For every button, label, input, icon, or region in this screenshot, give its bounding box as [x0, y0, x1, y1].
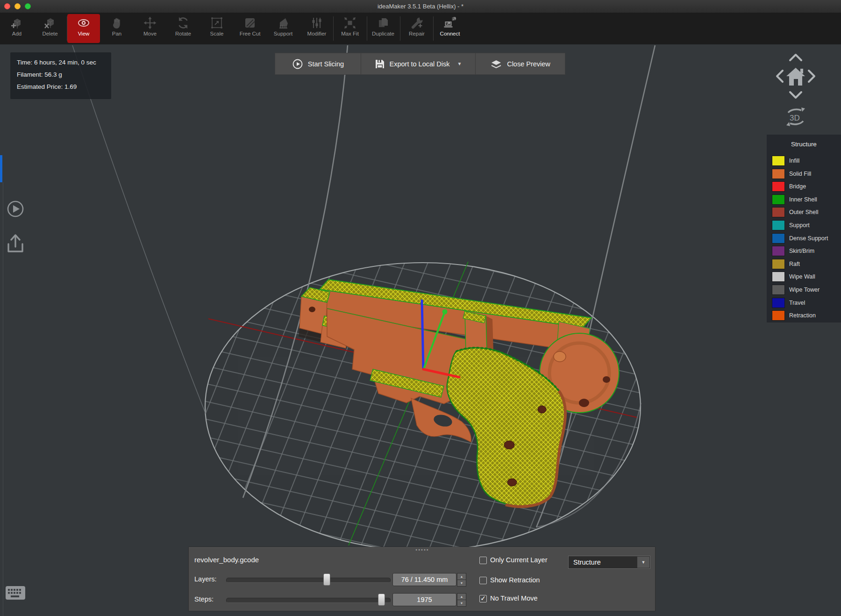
support-icon	[276, 16, 290, 30]
legend-color-swatch	[772, 272, 785, 282]
window-title: ideaMaker 3.5.1 Beta (Hellix) - *	[0, 0, 841, 13]
home-view-button[interactable]	[786, 68, 805, 86]
toolbar-separator	[67, 16, 67, 41]
checkbox-no-travel-move[interactable]: ✓	[479, 595, 487, 602]
play-circle-icon	[292, 58, 303, 70]
legend-color-swatch	[772, 259, 785, 269]
legend-row-raft: Raft	[772, 259, 800, 269]
nav-left-button[interactable]	[777, 71, 783, 82]
legend-color-swatch	[772, 169, 785, 179]
legend-label: Skirt/Brim	[789, 248, 814, 254]
legend-row-wipe-wall: Wipe Wall	[772, 272, 815, 282]
left-accent-stripe	[0, 155, 2, 182]
steps-value-field[interactable]: 1975	[392, 593, 456, 606]
steps-spinner: ▲ ▼	[457, 593, 466, 606]
checkbox-show-retraction[interactable]	[479, 577, 487, 584]
toolbar-item-delete[interactable]: Delete	[34, 14, 66, 43]
toolbar-item-pan[interactable]: Pan	[100, 14, 133, 43]
legend-label: Wipe Tower	[789, 287, 820, 293]
toolbar-item-modifier[interactable]: Modifier	[300, 14, 333, 43]
legend-row-dense-support: Dense Support	[772, 233, 828, 244]
toolbar-item-connect[interactable]: Connect	[434, 14, 466, 43]
nav-down-button[interactable]	[790, 92, 801, 98]
slice-info-panel: Time: 6 hours, 24 min, 0 sec Filament: 5…	[10, 52, 111, 99]
export-to-local-disk-button[interactable]: Export to Local Disk ▼	[361, 53, 475, 74]
toolbar-item-label: Max Fit	[334, 31, 366, 36]
panel-drag-handle[interactable]: •••••	[408, 547, 436, 552]
legend-row-solid-fill: Solid Fill	[772, 169, 811, 179]
close-preview-button[interactable]: Close Preview	[476, 53, 565, 74]
layers-value-field[interactable]: 76 / 11.450 mm	[392, 573, 456, 586]
pan-hand-icon	[110, 16, 124, 30]
toolbar-item-label: Repair	[400, 31, 433, 36]
legend-color-swatch	[772, 233, 785, 244]
toolbar-item-label: Add	[0, 31, 33, 36]
toolbar-item-label: Pan	[100, 31, 133, 36]
add-cube-icon	[10, 16, 24, 30]
toolbar-item-label: Scale	[200, 31, 233, 36]
layers-stack-icon	[490, 58, 502, 70]
layers-spin-up-button[interactable]: ▲	[457, 573, 466, 580]
toolbar-item-duplicate[interactable]: Duplicate	[367, 14, 399, 43]
toolbar-item-move[interactable]: Move	[134, 14, 166, 43]
toolbar-item-rotate[interactable]: Rotate	[167, 14, 200, 43]
dropdown-caret-icon[interactable]: ▼	[637, 557, 649, 568]
view-mode-dropdown[interactable]: Structure ▼	[568, 556, 650, 569]
legend-color-swatch	[772, 285, 785, 295]
slice-filament: Filament: 56.3 g	[17, 71, 62, 78]
preview-action-bar: Start Slicing Export to Local Disk ▼ Clo…	[275, 53, 565, 75]
toolbar-item-repair[interactable]: Repair	[400, 14, 433, 43]
layers-slider-handle[interactable]	[323, 573, 330, 586]
legend-label: Travel	[789, 300, 805, 306]
toolbar-item-label: Delete	[34, 31, 66, 36]
legend-color-swatch	[772, 207, 785, 217]
legend-label: Support	[789, 222, 810, 229]
export-dropdown-caret-icon[interactable]: ▼	[457, 61, 462, 66]
legend-row-outer-shell: Outer Shell	[772, 207, 819, 217]
view-eye-icon	[77, 16, 91, 30]
upload-export-button[interactable]	[8, 235, 22, 251]
legend-row-skirt-brim: Skirt/Brim	[772, 246, 814, 256]
play-preview-button[interactable]	[8, 201, 23, 216]
start-slicing-button[interactable]: Start Slicing	[275, 53, 361, 74]
layers-label: Layers:	[194, 575, 217, 583]
steps-spin-up-button[interactable]: ▲	[457, 593, 466, 600]
toolbar-item-label: Free Cut	[234, 31, 266, 36]
legend-color-swatch	[772, 194, 785, 205]
legend-color-swatch	[772, 310, 785, 321]
checkbox-only-current-layer[interactable]	[479, 557, 487, 564]
legend-color-swatch	[772, 246, 785, 256]
legend-color-swatch	[772, 181, 785, 192]
toolbar-item-add[interactable]: Add	[0, 14, 33, 43]
toolbar-item-label: Support	[267, 31, 299, 36]
steps-slider-track[interactable]	[226, 598, 391, 603]
toolbar-item-label: Rotate	[167, 31, 200, 36]
legend-row-inner-shell: Inner Shell	[772, 194, 817, 205]
nav-up-button[interactable]	[790, 55, 801, 60]
toolbar-item-label: View	[67, 31, 100, 36]
layers-spin-down-button[interactable]: ▼	[457, 580, 466, 587]
legend-row-infill: Infill	[772, 156, 799, 166]
layers-slider-track[interactable]	[226, 578, 391, 583]
connect-device-icon	[443, 16, 457, 30]
left-panel-edge	[3, 182, 3, 616]
toolbar-item-free-cut[interactable]: Free Cut	[234, 14, 266, 43]
keyboard-shortcuts-button[interactable]	[5, 584, 26, 601]
main-toolbar: AddDeleteViewPanMoveRotateScaleFree CutS…	[0, 13, 841, 44]
layers-spinner: ▲ ▼	[457, 573, 466, 586]
toolbar-item-support[interactable]: Support	[267, 14, 299, 43]
viewport-3d[interactable]	[0, 44, 841, 616]
legend-label: Raft	[789, 261, 800, 267]
steps-spin-down-button[interactable]: ▼	[457, 600, 466, 607]
nav-right-button[interactable]	[809, 71, 814, 82]
toolbar-item-label: Connect	[434, 31, 466, 36]
steps-slider-handle[interactable]	[378, 594, 385, 606]
rotate-3d-button[interactable]: 3D	[786, 107, 805, 126]
checkbox-label: No Travel Move	[490, 595, 538, 602]
title-bar: ideaMaker 3.5.1 Beta (Hellix) - *	[0, 0, 841, 13]
duplicate-pages-icon	[376, 16, 390, 30]
toolbar-item-view[interactable]: View	[67, 14, 100, 43]
toolbar-item-max-fit[interactable]: Max Fit	[334, 14, 366, 43]
toolbar-item-scale[interactable]: Scale	[200, 14, 233, 43]
free-cut-icon	[243, 16, 257, 30]
